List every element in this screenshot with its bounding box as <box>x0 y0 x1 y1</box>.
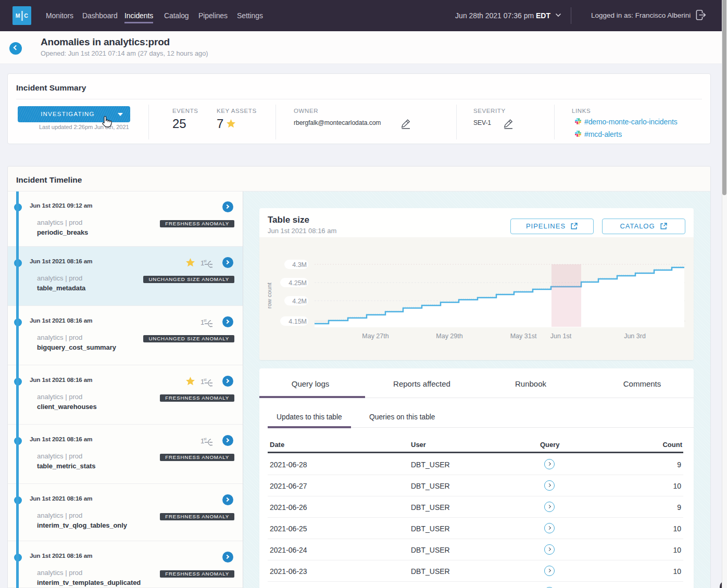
svg-text:st: st <box>204 318 207 322</box>
svg-text:May 27th: May 27th <box>362 333 388 340</box>
svg-text:4.25M: 4.25M <box>289 279 307 287</box>
svg-text:May 29th: May 29th <box>436 333 462 340</box>
svg-text:st: st <box>204 437 207 441</box>
svg-text:4.3M: 4.3M <box>292 261 307 269</box>
svg-text:Jun 3rd: Jun 3rd <box>624 333 646 340</box>
svg-text:st: st <box>204 378 207 381</box>
svg-text:row count: row count <box>266 282 272 309</box>
svg-text:4.15M: 4.15M <box>289 318 307 325</box>
svg-text:4.2M: 4.2M <box>292 298 307 305</box>
svg-text:May 31st: May 31st <box>510 333 537 340</box>
svg-text:Jun 1st: Jun 1st <box>550 333 572 340</box>
svg-text:st: st <box>204 259 207 263</box>
